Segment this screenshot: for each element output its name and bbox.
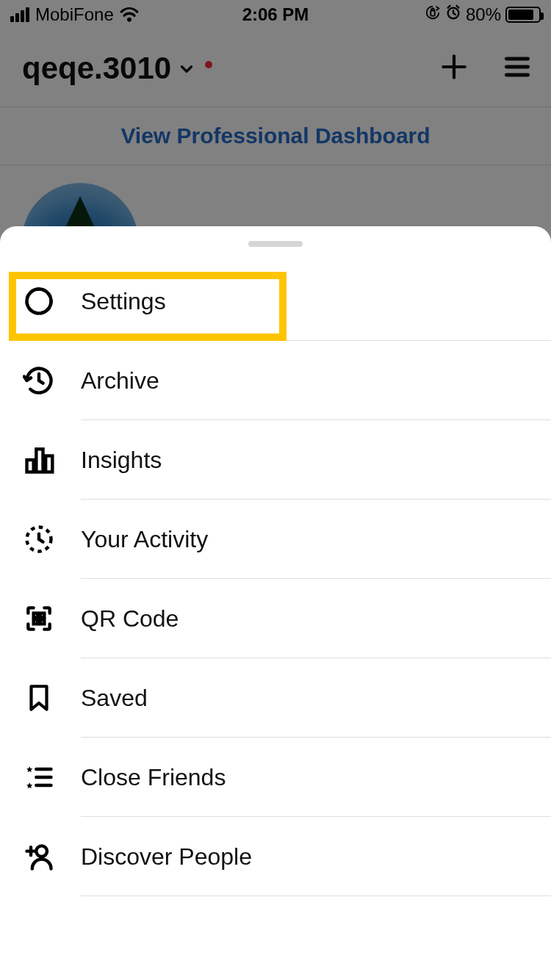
status-time: 2:06 PM — [242, 4, 309, 25]
svg-rect-9 — [40, 613, 45, 618]
menu-label: Discover People — [81, 843, 252, 871]
qr-code-icon — [22, 602, 56, 635]
battery-pct: 80% — [466, 4, 501, 25]
menu-label: Close Friends — [81, 764, 226, 791]
notification-dot-icon — [205, 61, 212, 68]
menu-label: Saved — [81, 685, 148, 712]
carrier-label: MobiFone — [35, 4, 114, 25]
profile-header: qeqe.3010 — [0, 29, 551, 107]
menu-item-discover-people[interactable]: Discover People — [0, 817, 551, 896]
bar-chart-icon — [22, 443, 56, 477]
star-list-icon — [22, 760, 56, 794]
hamburger-menu-icon[interactable] — [501, 51, 533, 86]
status-bar: MobiFone 2:06 PM 80% — [0, 0, 551, 29]
svg-rect-6 — [46, 456, 52, 472]
history-icon — [22, 364, 56, 397]
gear-icon — [22, 284, 56, 318]
menu-label: Archive — [81, 367, 159, 394]
menu-item-close-friends[interactable]: Close Friends — [0, 738, 551, 817]
menu-label: Your Activity — [81, 526, 208, 553]
activity-clock-icon — [22, 522, 56, 556]
menu-item-your-activity[interactable]: Your Activity — [0, 500, 551, 579]
menu-label: Insights — [81, 447, 162, 474]
svg-rect-8 — [34, 613, 37, 618]
battery-icon — [505, 7, 541, 23]
svg-rect-5 — [36, 449, 43, 472]
orientation-lock-icon — [425, 4, 441, 25]
chevron-down-icon — [177, 51, 196, 86]
svg-rect-11 — [40, 620, 45, 624]
sheet-grabber[interactable] — [248, 241, 303, 247]
svg-rect-4 — [27, 460, 34, 472]
svg-rect-0 — [431, 10, 435, 15]
username-switcher[interactable]: qeqe.3010 — [22, 51, 212, 86]
menu-label: QR Code — [81, 605, 179, 633]
svg-point-12 — [36, 846, 47, 857]
menu-item-settings[interactable]: Settings — [0, 262, 551, 341]
create-button[interactable] — [438, 51, 470, 86]
options-sheet: Settings Archive Insights Your Activity … — [0, 226, 551, 980]
username-text: qeqe.3010 — [22, 51, 171, 86]
signal-icon — [10, 7, 29, 22]
svg-rect-10 — [34, 620, 37, 624]
professional-dashboard-link[interactable]: View Professional Dashboard — [0, 107, 551, 165]
add-person-icon — [22, 840, 56, 873]
wifi-icon — [120, 7, 139, 22]
alarm-icon — [445, 4, 461, 25]
dashboard-link-text: View Professional Dashboard — [120, 123, 430, 148]
menu-label: Settings — [81, 288, 166, 315]
menu-item-saved[interactable]: Saved — [0, 658, 551, 738]
menu-item-archive[interactable]: Archive — [0, 341, 551, 420]
bookmark-icon — [22, 681, 56, 715]
menu-item-qr-code[interactable]: QR Code — [0, 579, 551, 658]
menu-item-insights[interactable]: Insights — [0, 420, 551, 500]
